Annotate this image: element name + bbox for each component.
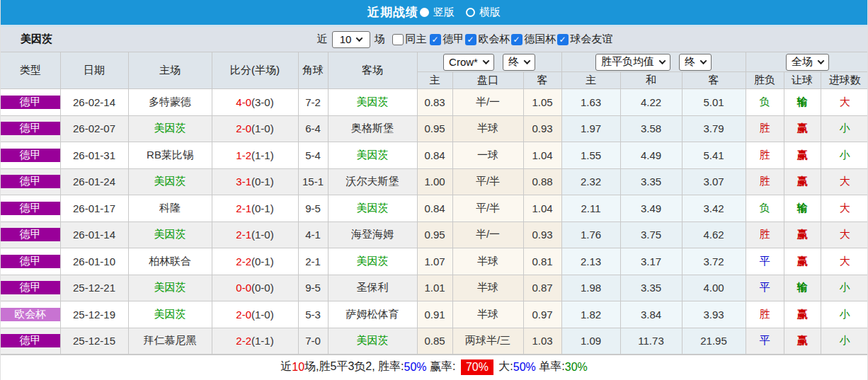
scope-select[interactable]: 全场 bbox=[786, 54, 829, 71]
average-odds-select[interactable]: 胜平负均值 bbox=[595, 54, 670, 71]
cell-away-team[interactable]: 圣保利 bbox=[328, 275, 417, 301]
cell-handicap-home-odds: 0.83 bbox=[417, 89, 452, 116]
company-time-select[interactable]: 终 bbox=[503, 54, 535, 71]
cell-avg-lose-odds: 3.72 bbox=[682, 248, 746, 275]
cell-handicap-line: 半球 bbox=[452, 115, 523, 142]
cell-home-team[interactable]: 多特蒙德 bbox=[128, 89, 212, 116]
cell-date: 26-01-14 bbox=[60, 221, 128, 248]
company-select[interactable]: Crow* bbox=[443, 54, 494, 71]
panel-header: 近期战绩 竖版 横版 bbox=[1, 0, 867, 27]
league-dfb-cup-checkbox[interactable] bbox=[511, 34, 522, 45]
cell-league: 德甲 bbox=[1, 168, 60, 195]
cell-away-team[interactable]: 美因茨 bbox=[328, 89, 417, 116]
cell-result: 胜 bbox=[746, 301, 784, 328]
cell-handicap-line: 两球半/三 bbox=[452, 328, 523, 355]
cell-handicap-home-odds: 0.84 bbox=[417, 142, 452, 169]
cell-score: 1-2(1-1) bbox=[212, 142, 298, 169]
subcol-avg-win: 主 bbox=[561, 72, 620, 89]
cell-home-team[interactable]: 拜仁慕尼黑 bbox=[128, 328, 212, 355]
cell-handicap-result: 输 bbox=[784, 89, 821, 116]
scope-select-value: 全场 bbox=[792, 55, 813, 69]
cell-score: 2-2(0-1) bbox=[212, 248, 298, 275]
summary-segment: 单率: bbox=[536, 359, 565, 374]
table-row: 德甲26-01-24美因茨3-1(0-1)15-1沃尔夫斯堡1.00平/半0.8… bbox=[1, 168, 868, 195]
recent-games-select[interactable]: 10 bbox=[332, 31, 370, 48]
filter-controls: 近 10 场 同主 德甲 欧会杯 德国杯 球会友谊 bbox=[317, 31, 614, 48]
cell-corner: 7-0 bbox=[298, 328, 328, 355]
handicap-odds-header: Crow* 终 bbox=[417, 52, 561, 72]
cell-corner: 2-1 bbox=[298, 248, 328, 275]
cell-away-team[interactable]: 美因茨 bbox=[328, 328, 417, 355]
col-header-type: 类型 bbox=[1, 52, 60, 89]
cell-handicap-home-odds: 1.00 bbox=[417, 168, 452, 195]
cell-home-team[interactable]: RB莱比锡 bbox=[128, 142, 212, 169]
cell-away-team[interactable]: 萨姆松体育 bbox=[328, 301, 417, 328]
radio-vertical-label: 竖版 bbox=[433, 6, 455, 19]
cell-home-team[interactable]: 美因茨 bbox=[128, 275, 212, 301]
summary-segment: 大: bbox=[496, 359, 513, 374]
cell-avg-lose-odds: 3.93 bbox=[682, 301, 746, 328]
cell-home-team[interactable]: 美因茨 bbox=[128, 168, 212, 195]
cell-home-team[interactable]: 美因茨 bbox=[128, 301, 212, 328]
cell-away-team[interactable]: 美因茨 bbox=[328, 195, 417, 222]
cell-score: 2-1(1-0) bbox=[212, 221, 298, 248]
cell-goals-result: 小 bbox=[821, 301, 868, 328]
cell-avg-win-odds: 1.09 bbox=[561, 328, 620, 355]
cell-handicap-result: 赢 bbox=[784, 248, 821, 275]
cell-handicap-away-odds: 1.03 bbox=[523, 328, 561, 355]
cell-score: 2-2(1-1) bbox=[212, 328, 298, 355]
same-home-checkbox[interactable] bbox=[392, 34, 404, 45]
cell-handicap-away-odds: 1.05 bbox=[523, 89, 561, 116]
league-bundesliga-checkbox[interactable] bbox=[430, 34, 441, 45]
chevron-down-icon bbox=[482, 57, 489, 64]
cell-avg-win-odds: 1.98 bbox=[561, 275, 620, 301]
radio-vertical-layout[interactable]: 竖版 bbox=[420, 6, 455, 19]
cell-home-team[interactable]: 美因茨 bbox=[128, 115, 212, 142]
table-row: 德甲26-01-10柏林联合2-2(0-1)2-1美因茨1.07半球0.812.… bbox=[1, 248, 868, 275]
league-conference-checkbox[interactable] bbox=[465, 34, 476, 45]
cell-date: 26-01-31 bbox=[60, 142, 128, 169]
recent-results-panel: 近期战绩 竖版 横版 美因茨 近 10 场 同主 德甲 bbox=[0, 0, 868, 380]
cell-handicap-result: 赢 bbox=[784, 328, 821, 355]
league-badge: 德甲 bbox=[1, 334, 60, 347]
cell-away-team[interactable]: 美因茨 bbox=[328, 142, 417, 169]
col-header-away: 客场 bbox=[328, 52, 417, 89]
cell-away-team[interactable]: 海登海姆 bbox=[328, 221, 417, 248]
league-friendly-label: 球会友谊 bbox=[571, 33, 613, 46]
radio-horizontal-layout[interactable]: 横版 bbox=[466, 6, 501, 19]
cell-handicap-result: 赢 bbox=[784, 115, 821, 142]
cell-score: 2-1(0-1) bbox=[212, 195, 298, 222]
cell-avg-draw-odds: 4.22 bbox=[620, 89, 682, 116]
cell-date: 25-12-19 bbox=[60, 301, 128, 328]
cell-home-team[interactable]: 柏林联合 bbox=[128, 248, 212, 275]
average-time-value: 终 bbox=[685, 55, 695, 69]
league-friendly-checkbox[interactable] bbox=[557, 34, 569, 45]
cell-handicap-away-odds: 1.04 bbox=[523, 195, 561, 222]
cell-away-team[interactable]: 奥格斯堡 bbox=[328, 115, 417, 142]
col-header-home: 主场 bbox=[128, 52, 212, 89]
radio-unselected-icon bbox=[466, 8, 475, 17]
scope-header: 全场 bbox=[746, 52, 868, 72]
cell-handicap-line: 平/半 bbox=[452, 195, 523, 222]
subcol-handicap-away: 客 bbox=[523, 72, 561, 89]
cell-goals-result: 大 bbox=[821, 195, 868, 222]
cell-result: 平 bbox=[746, 328, 784, 355]
cell-score: 2-0(1-0) bbox=[212, 115, 298, 142]
subcol-result: 胜负 bbox=[746, 72, 784, 89]
cell-result: 胜 bbox=[746, 221, 784, 248]
average-time-select[interactable]: 终 bbox=[679, 54, 712, 71]
cell-home-team[interactable]: 科隆 bbox=[128, 195, 212, 222]
cell-avg-lose-odds: 3.42 bbox=[682, 195, 746, 222]
cell-avg-lose-odds: 21.95 bbox=[682, 328, 746, 355]
company-time-value: 终 bbox=[508, 55, 519, 69]
cell-avg-draw-odds: 11.73 bbox=[620, 328, 682, 355]
cell-handicap-home-odds: 0.84 bbox=[417, 195, 452, 222]
cell-corner: 7-2 bbox=[298, 89, 328, 116]
league-badge: 德甲 bbox=[1, 281, 60, 294]
cell-avg-win-odds: 1.55 bbox=[561, 142, 620, 169]
cell-away-team[interactable]: 美因茨 bbox=[328, 248, 417, 275]
league-dfb-cup-label: 德国杯 bbox=[525, 33, 556, 46]
cell-home-team[interactable]: 美因茨 bbox=[128, 221, 212, 248]
cell-handicap-home-odds: 0.95 bbox=[417, 115, 452, 142]
cell-away-team[interactable]: 沃尔夫斯堡 bbox=[328, 168, 417, 195]
